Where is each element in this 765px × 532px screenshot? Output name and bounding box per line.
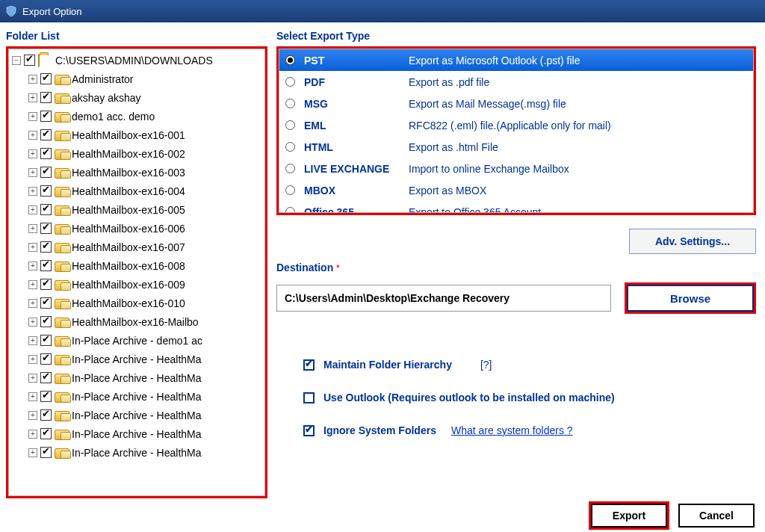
tree-item[interactable]: +In-Place Archive - HealthMa: [10, 350, 263, 368]
item-checkbox[interactable]: [40, 409, 52, 421]
ignore-system-checkbox[interactable]: [303, 425, 315, 436]
item-checkbox[interactable]: [40, 353, 52, 365]
system-folders-link[interactable]: What are system folders ?: [451, 424, 573, 436]
tree-root[interactable]: −C:\USERS\ADMIN\DOWNLOADS: [10, 51, 263, 69]
export-type-row[interactable]: PSTExport as Microsoft Outlook (.pst) fi…: [279, 49, 753, 71]
use-outlook-checkbox[interactable]: [303, 392, 315, 403]
tree-item[interactable]: +HealthMailbox-ex16-007: [10, 238, 263, 256]
expand-icon[interactable]: +: [28, 168, 37, 177]
root-checkbox[interactable]: [24, 55, 35, 66]
item-checkbox[interactable]: [40, 391, 52, 402]
expand-icon[interactable]: +: [28, 336, 37, 345]
export-type-row[interactable]: EMLRFC822 (.eml) file.(Applicable only f…: [279, 114, 753, 136]
expand-icon[interactable]: +: [28, 280, 37, 289]
export-type-row[interactable]: HTMLExport as .html File: [279, 136, 753, 158]
radio-icon[interactable]: [285, 77, 295, 87]
tree-item[interactable]: +HealthMailbox-ex16-Mailbo: [10, 312, 263, 331]
radio-icon[interactable]: [285, 142, 295, 152]
export-type-row[interactable]: PDFExport as .pdf file: [279, 71, 753, 93]
folder-list[interactable]: −C:\USERS\ADMIN\DOWNLOADS+Administrator+…: [8, 49, 265, 496]
item-checkbox[interactable]: [40, 167, 52, 178]
item-checkbox[interactable]: [40, 148, 52, 159]
item-label: HealthMailbox-ex16-Mailbo: [72, 316, 199, 328]
expand-icon[interactable]: +: [28, 93, 37, 102]
expand-icon[interactable]: +: [28, 224, 37, 233]
expand-icon[interactable]: +: [28, 149, 37, 158]
expand-icon[interactable]: +: [28, 355, 37, 364]
tree-item[interactable]: +In-Place Archive - HealthMa: [10, 424, 263, 443]
item-checkbox[interactable]: [40, 297, 52, 309]
radio-icon[interactable]: [285, 207, 295, 213]
adv-settings-button[interactable]: Adv. Settings...: [629, 229, 756, 254]
tree-item[interactable]: +In-Place Archive - demo1 ac: [10, 331, 263, 350]
item-checkbox[interactable]: [40, 92, 52, 103]
export-type-row[interactable]: MBOXExport as MBOX: [279, 179, 753, 201]
tree-item[interactable]: +HealthMailbox-ex16-002: [10, 144, 263, 163]
expand-icon[interactable]: +: [28, 262, 37, 270]
export-type-row[interactable]: MSGExport as Mail Message(.msg) file: [279, 93, 753, 114]
type-desc: Export to Office 365 Account: [409, 206, 541, 214]
radio-icon[interactable]: [285, 164, 295, 173]
expand-icon[interactable]: +: [28, 430, 37, 439]
expand-icon[interactable]: +: [28, 131, 37, 140]
expand-icon[interactable]: +: [28, 187, 37, 196]
radio-icon[interactable]: [285, 55, 295, 65]
item-checkbox[interactable]: [40, 111, 52, 122]
cancel-button[interactable]: Cancel: [678, 504, 755, 528]
expand-icon[interactable]: +: [28, 318, 37, 327]
export-button[interactable]: Export: [591, 504, 667, 528]
tree-item[interactable]: +In-Place Archive - HealthMa: [10, 443, 263, 462]
expand-icon[interactable]: +: [28, 243, 37, 252]
expand-icon[interactable]: +: [28, 392, 37, 401]
expand-icon[interactable]: +: [28, 75, 37, 84]
item-checkbox[interactable]: [40, 260, 52, 271]
tree-item[interactable]: +akshay akshay: [10, 88, 263, 107]
item-checkbox[interactable]: [40, 129, 52, 140]
item-checkbox[interactable]: [40, 241, 52, 253]
type-name: LIVE EXCHANGE: [304, 163, 409, 175]
radio-icon[interactable]: [285, 185, 295, 195]
tree-item[interactable]: +In-Place Archive - HealthMa: [10, 368, 263, 387]
tree-item[interactable]: +demo1 acc. demo: [10, 107, 263, 126]
item-checkbox[interactable]: [40, 279, 52, 290]
tree-item[interactable]: +HealthMailbox-ex16-009: [10, 275, 263, 294]
tree-item[interactable]: +HealthMailbox-ex16-003: [10, 163, 263, 182]
export-type-row[interactable]: LIVE EXCHANGEImport to online Exchange M…: [279, 158, 753, 179]
tree-item[interactable]: +In-Place Archive - HealthMa: [10, 387, 263, 406]
radio-icon[interactable]: [285, 120, 295, 130]
tree-item[interactable]: +HealthMailbox-ex16-008: [10, 256, 263, 275]
maintain-help-link[interactable]: [?]: [480, 359, 492, 371]
type-name: PDF: [304, 76, 409, 88]
export-type-row[interactable]: Office 365Export to Office 365 Account: [279, 201, 753, 213]
tree-item[interactable]: +Administrator: [10, 69, 263, 88]
item-checkbox[interactable]: [40, 372, 52, 383]
type-name: Office 365: [304, 206, 409, 214]
export-type-list[interactable]: PSTExport as Microsoft Outlook (.pst) fi…: [279, 49, 754, 213]
expand-icon[interactable]: +: [28, 112, 37, 121]
radio-icon[interactable]: [285, 99, 295, 108]
tree-item[interactable]: +HealthMailbox-ex16-001: [10, 126, 263, 144]
item-checkbox[interactable]: [40, 204, 52, 215]
tree-item[interactable]: +HealthMailbox-ex16-006: [10, 219, 263, 238]
item-checkbox[interactable]: [40, 185, 52, 197]
item-checkbox[interactable]: [40, 447, 52, 458]
expand-icon[interactable]: +: [28, 299, 37, 308]
item-checkbox[interactable]: [40, 316, 52, 327]
item-checkbox[interactable]: [40, 73, 52, 84]
item-checkbox[interactable]: [40, 335, 52, 346]
tree-item[interactable]: +HealthMailbox-ex16-010: [10, 294, 263, 312]
expand-icon[interactable]: +: [28, 448, 37, 457]
destination-input[interactable]: [276, 285, 611, 312]
expand-icon[interactable]: +: [28, 205, 37, 214]
item-checkbox[interactable]: [40, 428, 52, 439]
expand-icon[interactable]: +: [28, 374, 37, 383]
tree-item[interactable]: +HealthMailbox-ex16-004: [10, 182, 263, 200]
tree-item[interactable]: +In-Place Archive - HealthMa: [10, 406, 263, 424]
collapse-icon[interactable]: −: [12, 56, 21, 65]
use-outlook-label: Use Outlook (Requires outlook to be inst…: [323, 392, 615, 403]
expand-icon[interactable]: +: [28, 411, 37, 420]
browse-button[interactable]: Browse: [627, 285, 754, 312]
tree-item[interactable]: +HealthMailbox-ex16-005: [10, 200, 263, 219]
maintain-hierarchy-checkbox[interactable]: [303, 359, 315, 371]
item-checkbox[interactable]: [40, 223, 52, 234]
